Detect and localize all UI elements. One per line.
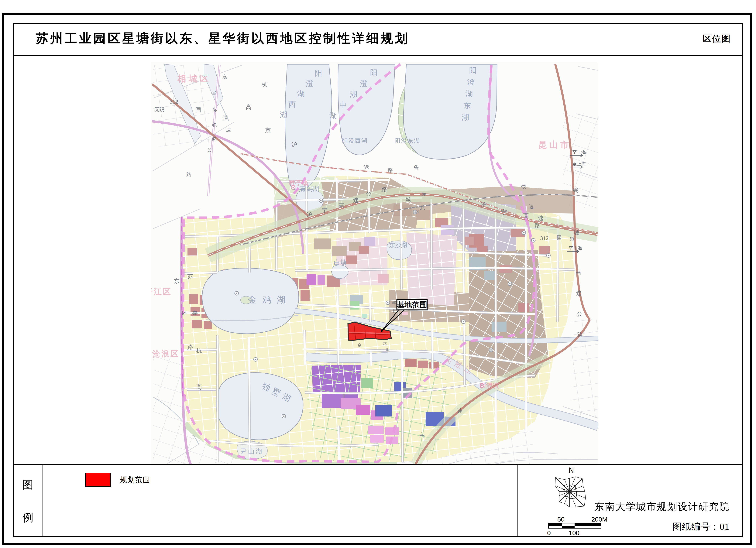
map-label: 省: [211, 91, 216, 96]
legend-header: 图例: [13, 465, 43, 537]
map-label: 北: [420, 205, 425, 211]
map-label: 金鸡湖: [248, 295, 291, 305]
map-label: 东: [174, 278, 180, 284]
map-label: 公: [577, 311, 582, 317]
map-label: 公: [207, 147, 212, 153]
map-label: 青剑湖: [300, 185, 319, 192]
map-label: 绕: [573, 187, 579, 193]
map-label: 嘉: [192, 310, 198, 316]
map-label: 沧浪区: [152, 349, 180, 358]
map-label: 速: [457, 408, 463, 414]
map-label: 白塘: [334, 259, 347, 266]
map-label: 苏: [187, 273, 193, 279]
map-label: 国: [557, 235, 562, 240]
map-label: 备: [414, 165, 419, 170]
map-label: 城: [573, 230, 579, 236]
map-label: 阳澄西湖: [342, 137, 368, 144]
map-label: 至上海: [569, 246, 582, 251]
map-label: 312: [170, 98, 178, 105]
scalebar: 50200M 0100: [548, 516, 603, 538]
map-label: 速: [226, 127, 231, 133]
map-label: 速: [576, 290, 582, 296]
map-label: 平江区: [151, 287, 172, 296]
north-arrow: N: [545, 465, 597, 515]
map-label: 速: [538, 215, 544, 221]
map-label: 高: [338, 202, 344, 209]
map-label: 公: [366, 191, 371, 197]
map-label: 宁: [501, 209, 507, 215]
map-label: 312: [540, 235, 549, 241]
map-label: 杭: [261, 81, 267, 87]
map-label: 高: [575, 269, 581, 276]
map-label: 际: [212, 107, 217, 113]
map-label: 快: [521, 184, 526, 190]
map-label: 路: [535, 223, 540, 228]
bottom-band: 图例 规划范围 N 东南大学城市规划设计研究院 图纸编号：01 50200M: [13, 464, 743, 537]
sheet-number: 图纸编号：01: [672, 521, 730, 533]
map-label: 至上海: [572, 150, 586, 155]
map-label: 速: [353, 197, 359, 203]
legend-swatch: [85, 473, 111, 487]
map-label: 路: [577, 332, 583, 338]
map-label: 至上海: [572, 162, 586, 166]
map-label: 铁: [364, 164, 369, 169]
map-label: 沪: [307, 211, 312, 218]
map-label: 路: [383, 341, 387, 346]
map-label: 沪: [481, 202, 486, 208]
map-label: 环: [181, 310, 187, 316]
titleblock: N 东南大学城市规划设计研究院 图纸编号：01 50200M: [517, 465, 743, 537]
map-label: 阳澄东湖: [395, 137, 420, 144]
title-bar: 苏州工业园区星塘街以东、星华街以西地区控制性详细规划 区位图: [13, 23, 743, 56]
map-label: 尹山湖: [240, 448, 263, 455]
corner-label: 区位图: [703, 33, 731, 45]
legend-label: 规划范围: [120, 475, 150, 485]
map-label: 高: [523, 213, 529, 219]
north-label: N: [569, 466, 574, 474]
map-label: 华: [392, 300, 396, 305]
map-label: 昆山市: [538, 140, 571, 150]
map-label: 杭: [196, 347, 202, 354]
map-label: 城: [406, 197, 411, 202]
legend-items: 规划范围: [43, 465, 517, 537]
map-label: 沪: [291, 141, 297, 148]
map-label: 轨: [212, 122, 217, 127]
map-label: 际: [421, 191, 426, 197]
map-label: 京: [265, 127, 271, 133]
plan-sheet: 苏州工业园区星塘街以东、星华街以西地区控制性详细规划 区位图: [0, 0, 756, 548]
institute-name: 东南大学城市规划设计研究院: [594, 500, 730, 513]
legend-item: 规划范围: [85, 473, 150, 487]
map-label: 胜浦镇: [480, 382, 499, 389]
map-label: 路: [381, 186, 387, 192]
map-label: 宁: [322, 207, 327, 213]
map-label: 金: [357, 343, 362, 348]
map-label: 高: [196, 384, 202, 390]
map-label: 国: [195, 107, 201, 113]
map-label: 高: [419, 432, 425, 438]
map-label: 田: [386, 347, 390, 352]
map-label: 无锡: [155, 107, 164, 112]
callout-label: 基地范围: [397, 300, 427, 309]
map-label: 路: [388, 168, 393, 173]
map-label: 速: [529, 204, 534, 209]
page-title: 苏州工业园区星塘街以东、星华街以西地区控制性详细规划: [36, 30, 409, 47]
map-label: 相城区: [177, 74, 211, 84]
map-label: 道: [223, 115, 228, 121]
map-label: 道: [211, 136, 216, 142]
map-label: 路: [187, 344, 193, 350]
map-label: 高: [246, 104, 251, 110]
map-label: 东沙湖: [389, 242, 407, 248]
map-label: 区: [415, 209, 420, 215]
map-label: 路: [186, 172, 191, 177]
map-label: 街: [393, 308, 397, 313]
wind-rose: [555, 477, 586, 507]
map-label: 嘉: [222, 74, 227, 79]
location-map: 基地范围 相城区昆山市平江区沧浪区唯亭镇胜浦镇吴淞江金鸡湖独墅湖尹山湖青剑湖白塘…: [151, 62, 598, 465]
map-label: 道: [570, 236, 575, 242]
